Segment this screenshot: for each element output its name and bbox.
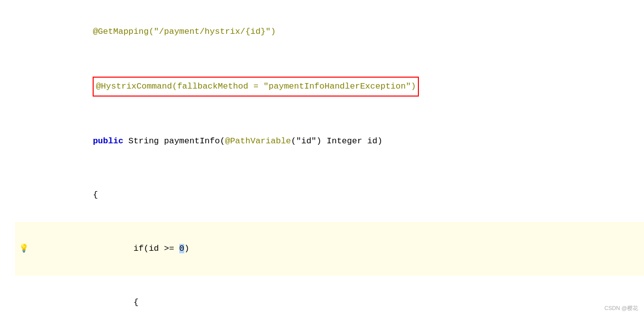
kw-public: public: [93, 136, 123, 146]
page-container: @GetMapping("/payment/hystrix/{id}") @Hy…: [0, 0, 644, 316]
code-line-5: 💡 if(id >= 0): [15, 222, 644, 276]
watermark: CSDN @樱花: [605, 305, 638, 312]
line-content-6: {: [32, 276, 644, 316]
code-wrapper: @GetMapping("/payment/hystrix/{id}") @Hy…: [0, 5, 644, 316]
line-content-3: public String paymentInfo(@PathVariable(…: [32, 114, 644, 168]
annotation-text: @GetMapping("/payment/hystrix/{id}"): [93, 27, 275, 36]
line-content-2: @HystrixCommand(fallbackMethod = "paymen…: [32, 59, 644, 114]
code-line-6: {: [15, 276, 644, 316]
code-line-3: public String paymentInfo(@PathVariable(…: [15, 114, 644, 168]
code-line-4: {: [15, 168, 644, 222]
line-content-1: @GetMapping("/payment/hystrix/{id}"): [32, 5, 644, 59]
line-content-4: {: [32, 168, 644, 222]
hystrix-annotation: @HystrixCommand(fallbackMethod = "paymen…: [93, 77, 419, 97]
code-block: @GetMapping("/payment/hystrix/{id}") @Hy…: [0, 5, 644, 316]
code-line-2: @HystrixCommand(fallbackMethod = "paymen…: [15, 59, 644, 114]
code-line-1: @GetMapping("/payment/hystrix/{id}"): [15, 5, 644, 59]
code-section: @GetMapping("/payment/hystrix/{id}") @Hy…: [0, 0, 644, 316]
lightbulb-icon: 💡: [19, 240, 29, 258]
line-content-5: if(id >= 0): [32, 222, 644, 276]
